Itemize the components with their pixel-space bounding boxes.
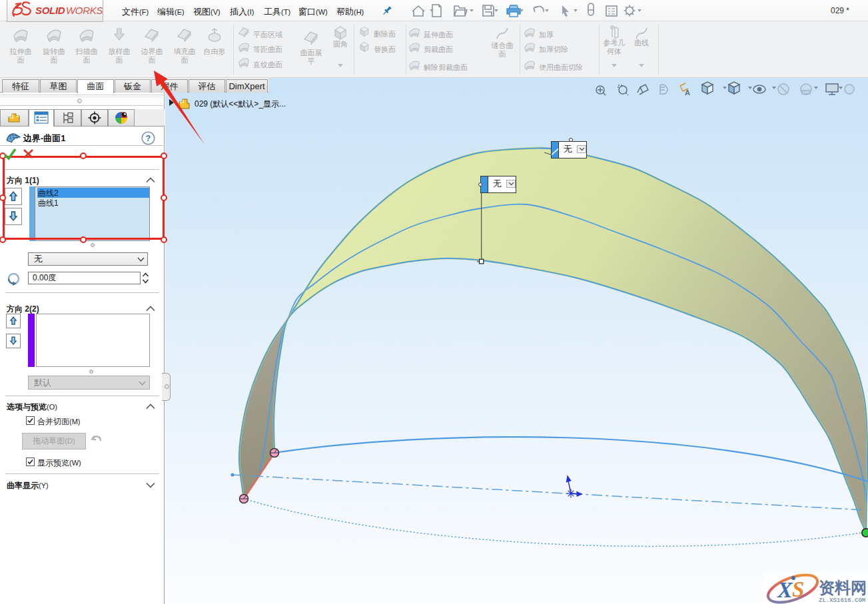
svg-text:资料网: 资料网 <box>819 579 867 597</box>
svg-text:WORKS: WORKS <box>66 5 103 16</box>
svg-text:A: A <box>685 89 690 97</box>
svg-text:ZL.XS1616.COM: ZL.XS1616.COM <box>819 597 865 604</box>
svg-text:X: X <box>777 577 793 602</box>
svg-text:SOLID: SOLID <box>35 5 65 16</box>
svg-text:S: S <box>792 577 804 601</box>
